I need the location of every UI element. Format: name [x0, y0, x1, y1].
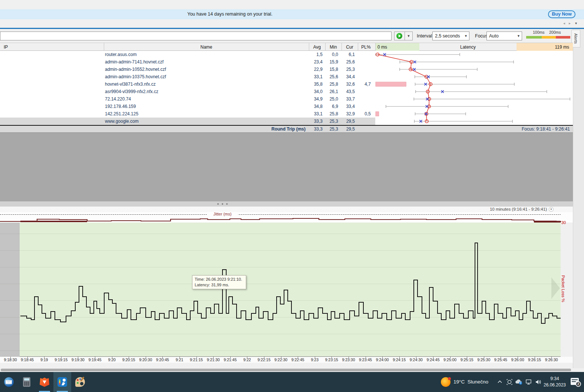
legend-yellow-segment	[542, 36, 556, 39]
focus-select[interactable]: Auto▼	[486, 32, 522, 40]
interval-select[interactable]: 2,5 seconds▼	[432, 32, 469, 40]
volume-tray-icon[interactable]	[535, 379, 542, 385]
jitter-graph	[0, 212, 573, 223]
panel-splitter[interactable]	[0, 201, 573, 207]
hop-pl	[339, 73, 371, 80]
hop-pl	[339, 58, 371, 66]
sun-icon	[441, 377, 451, 387]
taskbar-clock[interactable]: 9:34 26.06.2023	[542, 376, 567, 388]
tooltip-latency: Latency: 31,99 ms.	[195, 282, 244, 288]
table-row[interactable]: admin-admin-10552.hovnet.czf22,915,825,3	[0, 66, 375, 73]
taskbar-mail-button[interactable]	[0, 372, 18, 392]
legend-100ms-label: 100ms	[533, 30, 545, 34]
hop-name: 142.251.224.125	[105, 110, 305, 118]
window-title-strip	[0, 0, 584, 9]
notification-center-icon[interactable]: 2	[571, 378, 579, 385]
col-avg[interactable]: Avg	[309, 43, 325, 51]
onedrive-tray-icon[interactable]	[515, 379, 523, 385]
col-min[interactable]: Min	[325, 43, 342, 51]
mail-icon	[4, 377, 14, 387]
col-latency[interactable]: Latency	[419, 43, 517, 51]
nav-strip: ◂ ▸ ▾	[0, 19, 584, 28]
weather-temp: 19°C	[453, 379, 465, 385]
scale-max-label: 119 ms	[517, 43, 569, 51]
timeline-range-selector[interactable]: 10 minutes (9:16:41 - 9:26:41)	[490, 207, 547, 212]
right-rail	[573, 29, 584, 368]
hop-name: admin-admin-10375.hovnet.czf	[105, 73, 305, 80]
focus-label: Focus	[475, 32, 488, 40]
table-row[interactable]: asr9904-vl3999-nfx2.nfx.cz34,026,143,5	[0, 88, 375, 95]
clock-date: 26.06.2023	[542, 382, 567, 388]
chart-tooltip: Time: 26.06.2023 9:21:10. Latency: 31,99…	[192, 275, 246, 289]
network-tray-icon[interactable]	[525, 379, 533, 385]
hop-name: 192.178.46.159	[105, 103, 305, 110]
legend-red-segment	[556, 36, 570, 39]
table-row[interactable]: www.google.com33,325,329,5	[0, 118, 375, 125]
latency-step-line	[0, 223, 573, 357]
paint-icon	[75, 377, 85, 387]
table-row[interactable]: admin-admin-10375.hovnet.czf33,125,634,4	[0, 73, 375, 80]
col-ip[interactable]: IP	[4, 43, 8, 51]
target-address-combobox[interactable]	[0, 32, 392, 40]
col-cur[interactable]: Cur	[342, 43, 358, 51]
start-trace-button[interactable]	[394, 32, 405, 40]
notification-badge: 2	[575, 381, 581, 387]
pingplotter-window: You have 14 days remaining on your trial…	[0, 0, 584, 392]
right-axis-max-label: 30	[561, 220, 566, 225]
scale-min-label: 0 ms	[377, 43, 387, 51]
tooltip-time: Time: 26.06.2023 9:21:10.	[195, 277, 244, 282]
hop-pl	[339, 66, 371, 73]
round-trip-row: Round Trip (ms) 33,3 25,3 29,5 Focus: 9:…	[0, 125, 573, 133]
screen-snip-tray-icon[interactable]	[506, 379, 513, 385]
taskbar-brave-button[interactable]	[36, 372, 53, 392]
nav-forward-icon[interactable]: ▸	[569, 21, 571, 25]
clock-time: 9:34	[542, 376, 567, 382]
toolbar: ▼ Interval 2,5 seconds▼ Focus Auto▼ 100m…	[0, 29, 584, 43]
taskbar-pingplotter-button[interactable]	[53, 372, 71, 392]
time-axis: 9:18:309:18:459:199:19:159:19:309:19:459…	[0, 357, 573, 363]
taskbar-calculator-button[interactable]	[18, 372, 36, 392]
table-row[interactable]: 142.251.224.12533,125,832,90,5	[0, 110, 375, 118]
table-row[interactable]: admin-admin-7141.hovnet.czf23,415,925,6	[0, 58, 375, 66]
hop-name: router.asus.com	[105, 51, 305, 58]
menu-dropdown-icon[interactable]: ▾	[575, 21, 577, 25]
col-pl[interactable]: PL%	[358, 43, 374, 51]
focus-range-label: Focus: 9:18:41 - 9:26:41	[482, 126, 570, 132]
taskbar-paint-button[interactable]	[71, 372, 89, 392]
scrollbar-thumb[interactable]	[1, 369, 571, 371]
hop-pl	[339, 118, 371, 125]
col-name[interactable]: Name	[104, 43, 309, 51]
hop-pl	[339, 103, 371, 110]
hop-pl	[339, 51, 371, 58]
hop-pl: 4,7	[339, 80, 371, 88]
time-tick-label: 9:26:30	[540, 358, 562, 362]
hop-name: 72.14.220.74	[105, 95, 305, 103]
tray-chevron-up-icon[interactable]	[497, 379, 503, 385]
jitter-axis-label: Jitter (ms)	[207, 212, 238, 216]
panel-expander-arrow[interactable]	[551, 277, 560, 299]
pingplotter-icon	[57, 377, 67, 387]
calculator-icon	[23, 377, 30, 387]
chevron-down-icon[interactable]: ▼	[549, 207, 554, 212]
hop-name: admin-admin-7141.hovnet.czf	[105, 58, 305, 66]
windows-taskbar: 19°C Slunečno 9:34 26.06.2023 2	[0, 372, 584, 392]
table-row[interactable]: 72.14.220.7434,925,033,7	[0, 95, 375, 103]
table-row[interactable]: hovnet-vl3871-nfx3.nfx.cz35,825,832,64,7	[0, 80, 375, 88]
hop-latency-graph[interactable]	[375, 51, 571, 125]
hop-name: asr9904-vl3999-nfx2.nfx.cz	[105, 88, 305, 95]
hop-pl: 0,5	[339, 110, 371, 118]
horizontal-scrollbar[interactable]	[0, 368, 573, 372]
hop-name: hovnet-vl3871-nfx3.nfx.cz	[105, 80, 305, 88]
empty-panel	[0, 133, 573, 201]
weather-condition: Slunečno	[468, 379, 488, 385]
trial-message: You have 14 days remaining on your trial…	[0, 9, 460, 19]
trial-banner: You have 14 days remaining on your trial…	[0, 9, 584, 19]
start-options-dropdown[interactable]: ▼	[405, 32, 413, 40]
nav-back-icon[interactable]: ◂	[563, 21, 565, 25]
round-trip-cur: 29,5	[322, 126, 355, 132]
table-row[interactable]: router.asus.com1,50,06,1	[0, 51, 375, 58]
below-axis-strip	[0, 363, 573, 368]
brave-icon	[40, 377, 49, 387]
table-row[interactable]: 192.178.46.15934,86,933,4	[0, 103, 375, 110]
buy-now-button[interactable]: Buy Now	[548, 10, 575, 18]
